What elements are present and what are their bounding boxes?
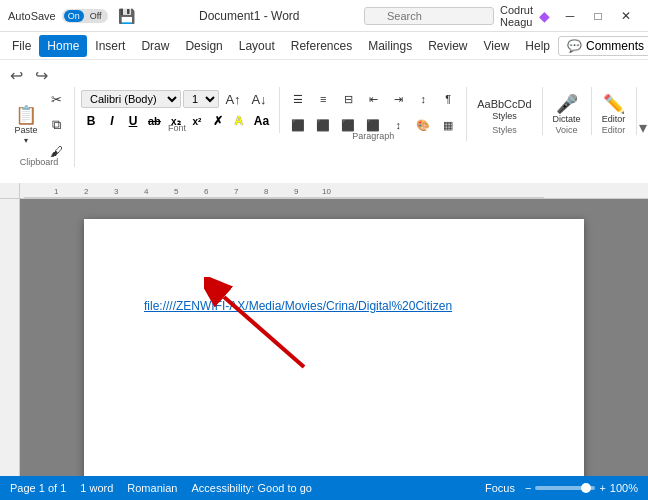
menu-help[interactable]: Help (517, 35, 558, 57)
clipboard-secondary: ✂ ⧉ 🖌 (44, 87, 68, 163)
ribbon-expand-button[interactable]: ▾ (639, 118, 647, 137)
close-button[interactable]: ✕ (612, 2, 640, 30)
editor-label: Editor (602, 114, 626, 124)
svg-text:9: 9 (294, 187, 299, 196)
zoom-slider[interactable] (535, 486, 595, 490)
menu-file[interactable]: File (4, 35, 39, 57)
ruler-container: 1 2 3 4 5 6 7 8 9 10 (0, 183, 648, 199)
show-paragraph-button[interactable]: ¶ (436, 87, 460, 111)
numbering-button[interactable]: ≡ (311, 87, 335, 111)
ruler-svg: 1 2 3 4 5 6 7 8 9 10 (24, 184, 644, 198)
menu-view[interactable]: View (476, 35, 518, 57)
status-right: Focus − + 100% (485, 482, 638, 494)
styles-icon: AaBbCcDd (477, 98, 531, 110)
red-arrow-container (204, 277, 334, 379)
svg-text:8: 8 (264, 187, 269, 196)
copy-button[interactable]: ⧉ (44, 113, 68, 137)
left-ruler (0, 199, 20, 500)
title-bar-left: AutoSave On Off 💾 (8, 8, 135, 24)
ruler-corner (0, 183, 20, 198)
paste-button[interactable]: 📋 Paste ▾ (10, 103, 42, 147)
zoom-bar: − + 100% (525, 482, 638, 494)
paragraph-label: Paragraph (280, 131, 466, 141)
font-row1: Calibri (Body) 11 A↑ A↓ (81, 87, 271, 111)
dictate-icon: 🎤 (556, 95, 578, 113)
paste-chevron: ▾ (24, 136, 28, 145)
svg-text:5: 5 (174, 187, 179, 196)
doc-scroll-area[interactable]: file:////ZENWIFI-AX/Media/Movies/Crina/D… (20, 199, 648, 500)
font-family-select[interactable]: Calibri (Body) (81, 90, 181, 108)
menu-draw[interactable]: Draw (133, 35, 177, 57)
word-count[interactable]: 1 word (80, 482, 113, 494)
sort-button[interactable]: ↕ (411, 87, 435, 111)
menu-home[interactable]: Home (39, 35, 87, 57)
para-row1: ☰ ≡ ⊟ ⇤ ⇥ ↕ ¶ (286, 87, 460, 111)
dictate-label: Dictate (553, 114, 581, 124)
toggle-off-label[interactable]: Off (86, 10, 106, 22)
increase-font-button[interactable]: A↑ (221, 87, 245, 111)
ribbon: ↩ ↪ 📋 Paste ▾ ✂ ⧉ 🖌 Clipboard Calibri (B… (0, 60, 648, 183)
menu-bar: File Home Insert Draw Design Layout Refe… (0, 32, 648, 60)
font-label: Font (75, 123, 279, 133)
search-input[interactable] (364, 7, 494, 25)
font-group: Calibri (Body) 11 A↑ A↓ B I U ab x₂ x² ✗… (75, 87, 280, 133)
title-bar-right: 🔍 Codrut Neagu ◆ ─ □ ✕ (364, 2, 640, 30)
bullets-button[interactable]: ☰ (286, 87, 310, 111)
window-controls: ─ □ ✕ (556, 2, 640, 30)
paste-label: Paste (14, 125, 37, 135)
clipboard-label: Clipboard (4, 157, 74, 167)
right-actions: 💬 Comments ▾ Share (558, 36, 648, 56)
toggle-on-label[interactable]: On (64, 10, 84, 22)
menu-review[interactable]: Review (420, 35, 475, 57)
decrease-font-button[interactable]: A↓ (247, 87, 271, 111)
styles-group-label: Styles (467, 125, 541, 135)
title-bar: AutoSave On Off 💾 Document1 - Word 🔍 Cod… (0, 0, 648, 32)
multilevel-button[interactable]: ⊟ (336, 87, 360, 111)
decrease-indent-button[interactable]: ⇤ (361, 87, 385, 111)
maximize-button[interactable]: □ (584, 2, 612, 30)
menu-insert[interactable]: Insert (87, 35, 133, 57)
menu-mailings[interactable]: Mailings (360, 35, 420, 57)
document-hyperlink[interactable]: file:////ZENWIFI-AX/Media/Movies/Crina/D… (144, 299, 452, 313)
menu-references[interactable]: References (283, 35, 360, 57)
accessibility[interactable]: Accessibility: Good to go (191, 482, 311, 494)
search-container: 🔍 (364, 7, 494, 25)
zoom-out-button[interactable]: − (525, 482, 531, 494)
redo-button[interactable]: ↪ (31, 64, 52, 87)
clipboard-group: 📋 Paste ▾ ✂ ⧉ 🖌 Clipboard (4, 87, 75, 167)
paragraph-group: ☰ ≡ ⊟ ⇤ ⇥ ↕ ¶ ⬛ ⬛ ⬛ ⬛ ↕ 🎨 ▦ Paragraph (280, 87, 467, 141)
zoom-in-button[interactable]: + (599, 482, 605, 494)
svg-text:4: 4 (144, 187, 149, 196)
language[interactable]: Romanian (127, 482, 177, 494)
paste-icon: 📋 (15, 106, 37, 124)
autosave-toggle[interactable]: On Off (62, 9, 108, 23)
autosave-label: AutoSave (8, 10, 56, 22)
comments-button[interactable]: 💬 Comments ▾ (558, 36, 648, 56)
voice-label: Voice (543, 125, 591, 135)
menu-design[interactable]: Design (177, 35, 230, 57)
svg-text:6: 6 (204, 187, 209, 196)
user-name: Codrut Neagu (500, 4, 533, 28)
ribbon-groups: 📋 Paste ▾ ✂ ⧉ 🖌 Clipboard Calibri (Body)… (0, 87, 648, 183)
minimize-button[interactable]: ─ (556, 2, 584, 30)
menu-layout[interactable]: Layout (231, 35, 283, 57)
cut-button[interactable]: ✂ (44, 87, 68, 111)
undo-button[interactable]: ↩ (6, 64, 27, 87)
svg-text:7: 7 (234, 187, 239, 196)
styles-label: Styles (492, 111, 517, 121)
svg-text:2: 2 (84, 187, 89, 196)
save-icon[interactable]: 💾 (118, 8, 135, 24)
page-count[interactable]: Page 1 of 1 (10, 482, 66, 494)
main-area: file:////ZENWIFI-AX/Media/Movies/Crina/D… (0, 199, 648, 500)
page: file:////ZENWIFI-AX/Media/Movies/Crina/D… (84, 219, 584, 500)
increase-indent-button[interactable]: ⇥ (386, 87, 410, 111)
zoom-percent[interactable]: 100% (610, 482, 638, 494)
doc-title: Document1 - Word (135, 9, 364, 23)
svg-text:1: 1 (54, 187, 59, 196)
focus-button[interactable]: Focus (485, 482, 515, 494)
ruler: 1 2 3 4 5 6 7 8 9 10 (20, 183, 648, 198)
comments-label: Comments (586, 39, 644, 53)
styles-group: AaBbCcDd Styles Styles (467, 87, 542, 135)
font-size-select[interactable]: 11 (183, 90, 219, 108)
editor-group-label: Editor (592, 125, 636, 135)
